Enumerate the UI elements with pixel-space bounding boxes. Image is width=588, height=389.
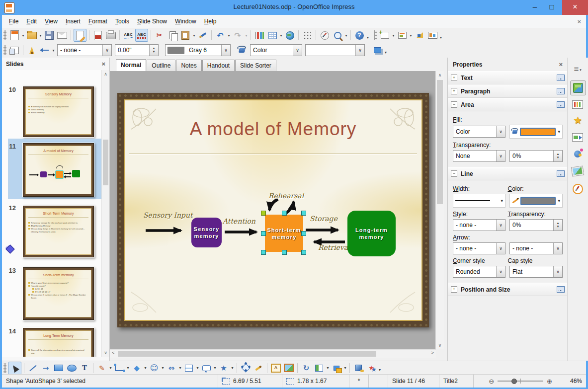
alignment-button[interactable] [313, 362, 325, 374]
tab-handout[interactable]: Handout [202, 60, 235, 71]
alignment-dropdown-arrow[interactable]: ▾ [326, 366, 330, 370]
arrow-end-select[interactable]: - none - ∨ [509, 242, 563, 254]
zoom-percent[interactable]: 46% [556, 375, 586, 388]
line-width-picker[interactable]: ▾ [453, 194, 505, 208]
arrow-style-dropdown-arrow[interactable]: ▾ [51, 48, 56, 53]
arrange-button[interactable] [331, 362, 342, 374]
toolbar-grip[interactable] [3, 45, 6, 55]
zoom-out-icon[interactable]: ⊖ [489, 378, 494, 385]
line-style-select[interactable]: - none - ∨ [453, 219, 505, 231]
more-options-icon[interactable] [557, 75, 565, 81]
transparency-type-select[interactable]: None ∨ [453, 150, 505, 162]
save-button[interactable] [43, 29, 55, 41]
selection-handle-topleft[interactable] [261, 211, 266, 216]
symbol-shapes-tool[interactable]: ☺ [148, 362, 160, 374]
slide-design-button[interactable] [414, 29, 425, 41]
animation-effects-button[interactable]: ★ [365, 362, 377, 374]
minimize-button[interactable]: – [527, 0, 542, 15]
zoom-in-icon[interactable]: ⊕ [547, 378, 552, 385]
close-button[interactable]: × [562, 0, 588, 15]
navigator-button[interactable] [319, 29, 331, 41]
selection-handle-bottomleft[interactable] [261, 250, 266, 255]
spinner-arrows[interactable]: ▴▾ [553, 220, 562, 231]
more-options-icon[interactable] [557, 170, 565, 177]
menu-insert[interactable]: Insert [62, 16, 84, 27]
chevron-down-icon[interactable]: ∨ [221, 45, 230, 56]
menu-help[interactable]: Help [200, 16, 221, 27]
sidebar-tab-custom-animation[interactable]: ★ [570, 113, 585, 127]
menu-slide-show[interactable]: Slide Show [133, 16, 171, 27]
new-button[interactable] [8, 29, 20, 41]
selection-handle-right[interactable] [301, 231, 306, 236]
menu-edit[interactable]: Edit [22, 16, 41, 27]
stars-dropdown-arrow[interactable]: ▾ [230, 366, 235, 370]
toolbar-overflow[interactable]: ▾ [367, 35, 369, 40]
sidebar-tab-properties[interactable] [570, 80, 586, 95]
slides-panel-scrollbar[interactable]: ∧ ∨ [101, 70, 109, 357]
short-term-memory-box[interactable]: Short-term memory [265, 215, 303, 252]
label-retrieval[interactable]: Retrieval [318, 243, 350, 251]
cut-button[interactable]: ✂ [154, 29, 166, 41]
menu-view[interactable]: View [41, 16, 62, 27]
block-arrows-tool[interactable]: ⇔ [166, 362, 177, 374]
sidebar-tab-master-pages[interactable] [570, 97, 585, 111]
chevron-down-icon[interactable]: ∨ [553, 266, 562, 277]
new-slide-dropdown-arrow[interactable]: ▾ [391, 33, 396, 38]
connector-tool[interactable] [113, 362, 125, 374]
status-size[interactable]: 1.78 x 1.67 [282, 375, 349, 388]
undo-button[interactable]: ↶ [214, 29, 226, 41]
section-line[interactable]: − Line [448, 167, 568, 180]
basic-shapes-dropdown-arrow[interactable]: ▾ [143, 366, 148, 370]
chevron-down-icon[interactable]: ∨ [293, 45, 302, 56]
slide-workspace[interactable]: A model of Memory [110, 71, 436, 349]
scrollbar-thumb[interactable] [437, 80, 443, 204]
paste-dropdown-arrow[interactable]: ▾ [192, 33, 196, 38]
autospellcheck-button[interactable]: ABC [135, 29, 148, 42]
select-tool[interactable] [8, 362, 21, 375]
sidebar-tab-animation-effects[interactable] [570, 147, 585, 161]
label-attention[interactable]: Attention [223, 217, 255, 225]
spelling-button[interactable]: ABC [122, 29, 134, 41]
cap-style-select[interactable]: Flat ∨ [509, 266, 563, 278]
slide-thumbnail-13[interactable]: Short-Term memory What is your Short-ter… [22, 267, 94, 320]
line-style-select[interactable]: - none - ∨ [57, 44, 112, 56]
line-transparency-spinner[interactable]: 0% ▴▾ [509, 219, 563, 231]
insert-picture-button[interactable] [283, 362, 295, 374]
undo-dropdown-arrow[interactable]: ▾ [227, 33, 231, 38]
block-arrows-dropdown-arrow[interactable]: ▾ [178, 366, 182, 370]
status-layout-name[interactable]: Title2 [439, 375, 474, 388]
sidebar-tab-gallery[interactable] [570, 164, 585, 178]
symbol-shapes-dropdown-arrow[interactable]: ▾ [161, 366, 165, 370]
slide-canvas[interactable]: A model of Memory [117, 93, 429, 327]
print-button[interactable] [105, 29, 117, 41]
fontwork-button[interactable]: A [270, 362, 282, 374]
edit-points-button[interactable] [240, 362, 252, 374]
fill-type-select[interactable]: Color ∨ [250, 44, 302, 56]
properties-close-icon[interactable]: × [559, 61, 563, 68]
section-paragraph[interactable]: + Paragraph [448, 84, 568, 98]
line-button[interactable] [26, 44, 38, 56]
more-options-icon[interactable] [557, 101, 565, 108]
scroll-up-icon[interactable]: ∧ [436, 73, 444, 78]
arrow-start-select[interactable]: - none - ∨ [453, 242, 505, 254]
tab-notes[interactable]: Notes [176, 60, 201, 71]
selection-handle-left[interactable] [261, 231, 266, 236]
tab-outline[interactable]: Outline [147, 60, 175, 71]
expand-icon[interactable]: + [451, 75, 457, 81]
tab-normal[interactable]: Normal [116, 59, 146, 71]
line-arrow-tool[interactable]: → [40, 362, 52, 374]
dropdown-arrow-icon[interactable]: ▾ [558, 198, 560, 203]
line-color-select[interactable]: Gray 6 ∨ [165, 44, 231, 56]
ellipse-tool[interactable] [66, 362, 78, 374]
chevron-down-icon[interactable]: ∨ [496, 266, 505, 277]
redo-dropdown-arrow[interactable]: ▾ [244, 33, 249, 38]
line-width-spinner[interactable]: 0.00" ▴▾ [115, 44, 159, 56]
fill-color-picker[interactable]: ▾ [509, 125, 563, 139]
status-position[interactable]: 6.69 / 5.51 [218, 375, 282, 388]
maximize-button[interactable]: □ [544, 0, 559, 15]
start-presentation-button[interactable] [426, 29, 438, 41]
menu-format[interactable]: Format [84, 16, 111, 27]
new-slide-button[interactable] [379, 29, 391, 41]
display-grid-button[interactable] [301, 29, 313, 41]
sidebar-tab-slide-transition[interactable] [570, 130, 585, 144]
